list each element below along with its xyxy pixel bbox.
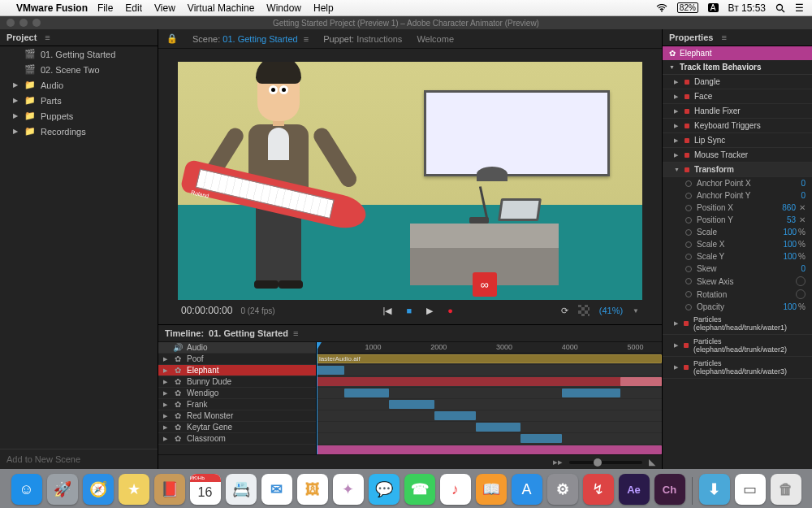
transform-section[interactable]: ▼ Transform [663, 163, 812, 177]
scene-menu-icon[interactable]: ≡ [304, 34, 309, 44]
clip[interactable] [389, 400, 434, 409]
behavior-row[interactable]: ▶Keyboard Triggers [663, 119, 812, 133]
property-value[interactable]: 0 [801, 191, 806, 200]
timeline-track[interactable]: ▶✿Elephant [158, 365, 316, 376]
audio-clip[interactable]: lasterAudio.aif [317, 354, 662, 363]
keyframe-toggle-icon[interactable] [685, 229, 692, 236]
zoom-mountain-icon[interactable]: ◣ [649, 457, 655, 467]
timeline-zoom-slider[interactable] [569, 461, 642, 464]
stop-icon[interactable]: ■ [406, 306, 412, 315]
properties-menu-icon[interactable]: ≡ [721, 33, 726, 42]
loop-icon[interactable]: ⟳ [561, 306, 568, 316]
property-value[interactable]: 860 [782, 203, 796, 212]
clock[interactable]: Вт 15:53 [728, 2, 766, 14]
behavior-row[interactable]: ▶Face [663, 89, 812, 104]
keyframe-toggle-icon[interactable] [685, 266, 692, 272]
dock-app-icon[interactable]: A [512, 474, 542, 505]
keyframe-toggle-icon[interactable] [685, 217, 692, 224]
keyframe-toggle-icon[interactable] [685, 254, 692, 260]
transform-property[interactable]: Anchor Point X0 [663, 177, 812, 189]
wifi-icon[interactable] [656, 4, 667, 12]
dock-app-icon[interactable]: ИЮНЬ16 [190, 474, 221, 505]
menu-virtual-machine[interactable]: Virtual Machine [188, 2, 255, 14]
keyframe-toggle-icon[interactable] [685, 304, 692, 310]
clip[interactable] [317, 377, 662, 386]
clip[interactable] [562, 389, 620, 397]
keyframe-toggle-icon[interactable] [685, 193, 692, 199]
puppet-tab[interactable]: Instructions [356, 34, 402, 44]
property-value[interactable]: 0 [801, 179, 806, 188]
dock-app-icon[interactable]: ★ [119, 474, 149, 505]
behavior-row[interactable]: ▶Mouse Tracker [663, 148, 812, 163]
particles-row[interactable]: ▶Particles (elephant/head/trunk/water1) [663, 313, 812, 335]
playhead[interactable] [317, 342, 317, 454]
breadcrumb[interactable]: ✿ Elephant [663, 46, 812, 60]
transform-property[interactable]: Opacity100% [663, 301, 812, 313]
dock-app-icon[interactable]: Ch [654, 474, 685, 505]
timeline-home-icon[interactable]: ▸▸ [553, 457, 563, 467]
timeline-menu-icon[interactable]: ≡ [293, 328, 298, 338]
dock-app-icon[interactable]: 📖 [476, 474, 507, 505]
keyframe-toggle-icon[interactable] [685, 291, 692, 297]
timeline-track[interactable]: ▶✿Red Monster [158, 410, 316, 422]
dock-app-icon[interactable]: ♪ [440, 474, 471, 505]
dock-app-icon[interactable]: 🗑 [771, 474, 801, 505]
transform-property[interactable]: Anchor Point Y0 [663, 189, 812, 202]
menu-view[interactable]: View [154, 2, 175, 14]
project-item[interactable]: ▶📁Audio [0, 77, 158, 93]
menu-help[interactable]: Help [313, 2, 334, 14]
transform-property[interactable]: Scale Y100% [663, 250, 812, 263]
property-value[interactable]: 100 [783, 302, 797, 311]
project-item[interactable]: 🎬01. Getting Started [0, 46, 158, 62]
zoom-window-icon[interactable] [32, 19, 41, 27]
particles-row[interactable]: ▶Particles (elephant/head/trunk/water2) [663, 335, 812, 357]
dock-app-icon[interactable]: 🧭 [83, 474, 114, 505]
transform-property[interactable]: Scale X100% [663, 238, 812, 250]
timeline-ruler[interactable]: 1000 2000 3000 4000 5000 [317, 342, 662, 354]
dock-app-icon[interactable]: 🚀 [47, 474, 78, 505]
project-item[interactable]: ▶📁Puppets [0, 108, 158, 124]
dock-app-icon[interactable]: 📕 [154, 474, 185, 505]
property-value[interactable]: 100 [783, 252, 797, 261]
play-icon[interactable]: ▶ [426, 306, 433, 316]
dock-app-icon[interactable]: 💬 [369, 474, 400, 505]
transform-property[interactable]: Position X860✕ [663, 202, 812, 214]
timeline-track[interactable]: ▶✿Keytar Gene [158, 422, 316, 433]
rotation-dial-icon[interactable] [796, 276, 806, 286]
dock-app-icon[interactable]: ☺ [11, 474, 42, 505]
panel-menu-icon[interactable]: ≡ [45, 33, 50, 42]
dock-app-icon[interactable]: ▭ [735, 474, 766, 505]
timeline-track[interactable]: ▶✿Classroom [158, 433, 316, 445]
clip[interactable] [520, 434, 562, 443]
behavior-row[interactable]: ▶Lip Sync [663, 133, 812, 148]
dock-app-icon[interactable]: ↯ [583, 474, 614, 505]
reset-x-icon[interactable]: ✕ [799, 215, 806, 224]
menu-file[interactable]: File [97, 2, 113, 14]
behaviors-section[interactable]: ▼ Track Item Behaviors [663, 60, 812, 75]
project-item[interactable]: ▶📁Parts [0, 93, 158, 108]
reset-x-icon[interactable]: ✕ [799, 203, 806, 212]
clip[interactable] [317, 366, 344, 375]
zoom-level[interactable]: (41%) [599, 306, 623, 315]
add-to-new-scene[interactable]: Add to New Scene [0, 449, 158, 469]
dock-app-icon[interactable]: ☎︎ [404, 474, 435, 505]
transform-property[interactable]: Scale100% [663, 226, 812, 238]
zoom-dropdown-icon[interactable]: ▼ [633, 307, 639, 315]
menu-edit[interactable]: Edit [125, 2, 142, 14]
timecode[interactable]: 00:00:00:00 [181, 305, 232, 316]
minimize-window-icon[interactable] [19, 19, 28, 27]
menu-window[interactable]: Window [266, 2, 301, 14]
behavior-row[interactable]: ▶Handle Fixer [663, 104, 812, 119]
keyframe-toggle-icon[interactable] [685, 205, 692, 211]
timeline-track[interactable]: ▶✿Wendigo [158, 388, 316, 399]
dock-app-icon[interactable]: 📇 [226, 474, 257, 505]
scene-tab[interactable]: 01. Getting Started [222, 34, 297, 44]
clip[interactable] [317, 445, 662, 454]
transform-property[interactable]: Position Y53✕ [663, 214, 812, 226]
dock-app-icon[interactable]: ✦ [333, 474, 364, 505]
timeline-track[interactable]: 🔊Audio [158, 342, 316, 354]
timeline-track[interactable]: ▶✿Frank [158, 399, 316, 410]
dock-app-icon[interactable]: ✉︎ [261, 474, 292, 505]
property-value[interactable]: 100 [783, 228, 797, 237]
menu-extras-icon[interactable]: ☰ [795, 2, 804, 14]
